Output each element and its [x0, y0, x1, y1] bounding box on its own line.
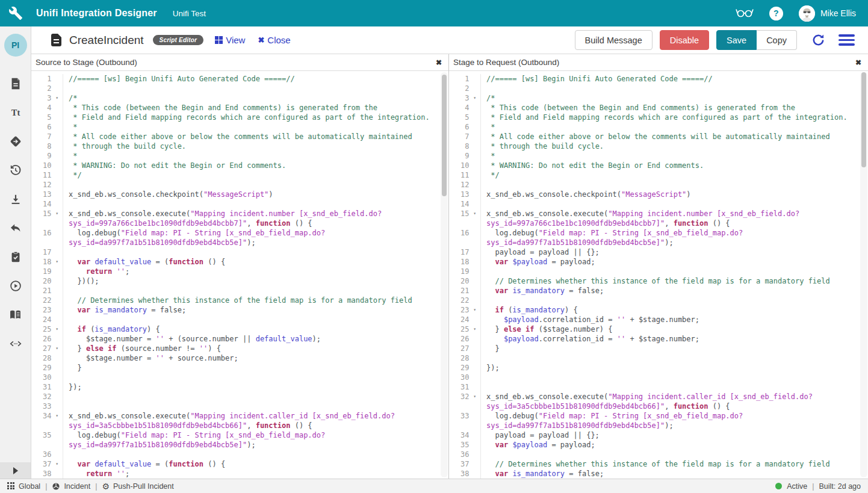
code-line[interactable]: 31: [449, 382, 868, 392]
code-line[interactable]: 23 var is_mandatory = false;: [31, 305, 448, 315]
code-line[interactable]: 25▾ if (is_mandatory) {: [31, 324, 448, 334]
code-icon[interactable]: [0, 329, 31, 358]
panel-close-icon[interactable]: ✖: [436, 58, 442, 67]
code-line[interactable]: 10 * WARNING: Do not edit the Begin or E…: [449, 161, 868, 170]
scrollbar-thumb[interactable]: [861, 72, 866, 167]
integration-item[interactable]: ⚙ Push-Pull Incident: [102, 482, 173, 491]
text-format-icon[interactable]: Tt: [0, 98, 31, 127]
code-line[interactable]: 9 *: [449, 151, 868, 161]
code-line[interactable]: 1//===== [ws] Begin Unifi Auto Generated…: [449, 74, 868, 84]
code-line[interactable]: 14: [449, 199, 868, 209]
scope-item[interactable]: Global: [7, 482, 40, 491]
code-line[interactable]: 23▾ if (is_mandatory) {: [449, 305, 868, 315]
code-line[interactable]: 4 * This code (between the Begin and End…: [31, 103, 448, 113]
refresh-icon[interactable]: [811, 33, 825, 47]
code-line[interactable]: 6 *: [31, 122, 448, 132]
code-line[interactable]: 3▾/*: [31, 93, 448, 103]
download-icon[interactable]: [0, 185, 31, 214]
code-line[interactable]: 15▾x_snd_eb.ws_console.execute("Mapping …: [31, 209, 448, 228]
code-editor[interactable]: 1//===== [ws] Begin Unifi Auto Generated…: [449, 71, 868, 479]
code-line[interactable]: 2: [449, 84, 868, 93]
fold-arrow-icon[interactable]: ▾: [469, 305, 480, 315]
code-line[interactable]: 7 * All code either above or below the c…: [31, 132, 448, 141]
code-line[interactable]: 18 var $payload = payload;: [449, 257, 868, 267]
code-line[interactable]: 35 log.debug("Field map: PI - String [x_…: [31, 430, 448, 450]
code-line[interactable]: 12: [449, 180, 868, 190]
scrollbar-track[interactable]: [860, 72, 867, 477]
code-line[interactable]: 25▾ } else if ($stage.number) {: [449, 324, 868, 334]
reply-icon[interactable]: [0, 214, 31, 243]
code-line[interactable]: 6 *: [449, 122, 868, 132]
copy-button[interactable]: Copy: [757, 30, 797, 50]
code-line[interactable]: 20 // Determines whether this instance o…: [449, 276, 868, 286]
code-line[interactable]: 16 log.debug("Field map: PI - String [x_…: [449, 228, 868, 247]
code-line[interactable]: 37 // Determines whether this instance o…: [449, 459, 868, 469]
code-editor[interactable]: 1//===== [ws] Begin Unifi Auto Generated…: [31, 71, 448, 479]
code-line[interactable]: 22: [449, 296, 868, 305]
code-line[interactable]: 15▾x_snd_eb.ws_console.execute("Mapping …: [449, 209, 868, 228]
code-line[interactable]: 31});: [31, 382, 448, 392]
scrollbar-thumb[interactable]: [442, 75, 447, 196]
code-line[interactable]: 29});: [449, 363, 868, 373]
app-subtitle[interactable]: Unifi Test: [173, 9, 206, 18]
code-line[interactable]: 10 * WARNING: Do not edit the Begin or E…: [31, 161, 448, 170]
code-line[interactable]: 36: [449, 450, 868, 459]
code-line[interactable]: 5 * Field and Field mapping records whic…: [449, 113, 868, 122]
spectacles-icon[interactable]: [736, 6, 754, 20]
code-line[interactable]: 27▾ } else if (source.number != '') {: [31, 344, 448, 353]
code-line[interactable]: 19 return '';: [31, 267, 448, 276]
code-line[interactable]: 30: [449, 373, 868, 382]
code-line[interactable]: 17: [31, 247, 448, 257]
menu-icon[interactable]: [839, 34, 855, 46]
code-line[interactable]: 26 $payload.correlation_id = '' + $stage…: [449, 334, 868, 344]
code-line[interactable]: 13x_snd_eb.ws_console.checkpoint("Messag…: [449, 190, 868, 199]
directions-icon[interactable]: [0, 127, 31, 156]
code-line[interactable]: 9 *: [31, 151, 448, 161]
fold-arrow-icon[interactable]: ▾: [469, 209, 480, 228]
code-line[interactable]: 19: [449, 267, 868, 276]
code-line[interactable]: 29 }: [31, 363, 448, 373]
code-line[interactable]: 11 */: [31, 170, 448, 180]
code-line[interactable]: 7 * All code either above or below the c…: [449, 132, 868, 141]
code-line[interactable]: 3▾/*: [449, 93, 868, 103]
fold-arrow-icon[interactable]: ▾: [51, 344, 63, 353]
fold-arrow-icon[interactable]: ▾: [51, 459, 63, 469]
sidebar-expand-button[interactable]: [0, 462, 31, 479]
fold-arrow-icon[interactable]: ▾: [51, 209, 63, 228]
code-line[interactable]: 38 return '';: [31, 469, 448, 479]
table-item[interactable]: Incident: [52, 482, 90, 491]
fold-arrow-icon[interactable]: ▾: [469, 392, 480, 411]
fold-arrow-icon[interactable]: ▾: [469, 324, 480, 334]
code-line[interactable]: 33: [31, 402, 448, 411]
code-line[interactable]: 34▾x_snd_eb.ws_console.execute("Mapping …: [31, 411, 448, 430]
wrench-icon[interactable]: [8, 6, 23, 20]
code-line[interactable]: 38 var is_mandatory = false;: [449, 469, 868, 479]
help-icon[interactable]: ?: [769, 7, 783, 20]
code-line[interactable]: 21 var is_mandatory = false;: [449, 286, 868, 296]
integration-avatar[interactable]: PI: [4, 34, 27, 57]
history-icon[interactable]: [0, 156, 31, 185]
code-line[interactable]: 1//===== [ws] Begin Unifi Auto Generated…: [31, 74, 448, 84]
code-line[interactable]: 26 $stage.number = '' + (source.number |…: [31, 334, 448, 344]
code-line[interactable]: 8 * through the build cycle.: [449, 141, 868, 151]
code-line[interactable]: 35 var $payload = payload;: [449, 440, 868, 450]
code-line[interactable]: 32▾x_snd_eb.ws_console.execute("Mapping …: [449, 392, 868, 411]
fold-arrow-icon[interactable]: ▾: [51, 257, 63, 267]
file-icon[interactable]: [0, 69, 31, 98]
view-button[interactable]: View: [215, 35, 245, 45]
book-icon[interactable]: [0, 300, 31, 329]
code-line[interactable]: 14: [31, 199, 448, 209]
user-menu[interactable]: Mike Ellis: [799, 5, 856, 22]
fold-arrow-icon[interactable]: ▾: [51, 411, 63, 430]
code-line[interactable]: 4 * This code (between the Begin and End…: [449, 103, 868, 113]
scrollbar-track[interactable]: [441, 72, 448, 477]
code-line[interactable]: 12: [31, 180, 448, 190]
code-line[interactable]: 30: [31, 373, 448, 382]
code-line[interactable]: 16 log.debug("Field map: PI - String [x_…: [31, 228, 448, 247]
code-line[interactable]: 27 }: [449, 344, 868, 353]
code-line[interactable]: 13x_snd_eb.ws_console.checkpoint("Messag…: [31, 190, 448, 199]
panel-close-icon[interactable]: ✖: [855, 58, 861, 67]
disable-button[interactable]: Disable: [660, 30, 709, 50]
code-line[interactable]: 33 log.debug("Field map: PI - String [x_…: [449, 411, 868, 430]
code-line[interactable]: 2: [31, 84, 448, 93]
